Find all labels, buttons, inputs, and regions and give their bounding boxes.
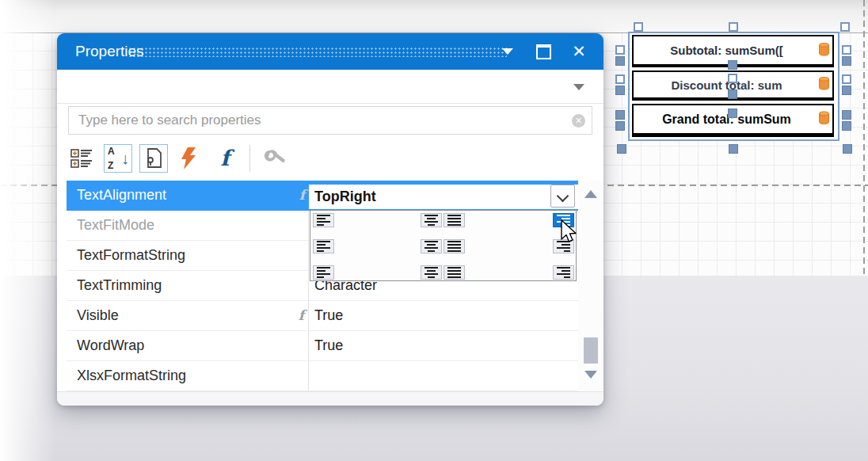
property-value: True — [309, 331, 578, 360]
property-name: TextTrimming — [67, 271, 309, 300]
categorized-view-icon — [70, 148, 94, 170]
selection-handle[interactable] — [728, 60, 737, 70]
dropdown-arrow-icon — [502, 48, 513, 55]
events-button[interactable] — [175, 144, 204, 173]
selection-handle[interactable] — [842, 121, 851, 131]
titlebar-grip[interactable] — [128, 47, 507, 57]
page-margin-dashed-line — [863, 0, 865, 276]
selection-handle[interactable] — [634, 22, 643, 32]
selection-handle[interactable] — [615, 121, 625, 131]
maximize-icon — [536, 44, 551, 59]
align-center-icon — [424, 241, 438, 252]
selection-handle[interactable] — [729, 22, 738, 32]
alignment-dropdown-popup — [310, 210, 577, 281]
selection-handle[interactable] — [728, 74, 737, 83]
align-top-left-button[interactable] — [313, 213, 334, 227]
object-selector-combobox[interactable] — [57, 70, 603, 104]
canvas-left-fade — [0, 0, 55, 461]
align-bottom-right-button[interactable] — [553, 265, 574, 280]
events-lightning-icon — [181, 147, 198, 170]
toolbar-separator — [249, 145, 250, 172]
selection-handle[interactable] — [615, 86, 625, 95]
expression-glyph-icon: f — [299, 307, 304, 323]
chevron-down-icon — [573, 84, 584, 90]
selection-handle[interactable] — [842, 74, 851, 84]
align-middle-center-button[interactable] — [421, 239, 442, 253]
scrollbar-thumb[interactable] — [584, 337, 598, 364]
align-top-justify-button[interactable] — [444, 213, 465, 227]
property-value: True — [309, 301, 578, 330]
selection-handle[interactable] — [729, 144, 738, 154]
property-row-xlsxformatstring[interactable]: XlsxFormatString — [67, 361, 578, 391]
align-bottom-center-button[interactable] — [421, 265, 442, 280]
database-icon — [818, 42, 830, 59]
property-page-icon — [143, 147, 164, 170]
sort-az-button[interactable]: AZ↓ — [104, 144, 132, 173]
align-bottom-left-button[interactable] — [313, 265, 334, 280]
align-center-icon — [424, 215, 438, 226]
search-box: ✕ — [68, 106, 592, 135]
clear-search-icon[interactable]: ✕ — [572, 114, 585, 128]
close-icon: ✕ — [572, 44, 586, 59]
selection-handle[interactable] — [617, 144, 626, 154]
property-value — [309, 361, 578, 391]
property-name: TextFitMode — [67, 211, 309, 240]
align-middle-justify-button[interactable] — [444, 239, 465, 253]
property-name: TextFormatString — [67, 241, 309, 270]
align-justify-icon — [447, 241, 461, 252]
selection-handle[interactable] — [842, 86, 851, 95]
properties-window: Properties ✕ ✕ — [57, 33, 603, 406]
selection-handle[interactable] — [842, 45, 851, 55]
align-bottom-justify-button[interactable] — [444, 265, 465, 280]
selection-handle[interactable] — [615, 110, 625, 120]
selection-handle[interactable] — [840, 22, 850, 32]
selected-labels-group-frame[interactable]: Subtotal: sumSum([ Discount total: sum G… — [628, 32, 839, 141]
selection-handle[interactable] — [842, 56, 851, 66]
window-menu-button[interactable] — [499, 43, 516, 60]
search-input[interactable] — [69, 107, 592, 134]
align-left-icon — [317, 241, 330, 252]
settings-wrench-icon — [264, 147, 286, 170]
align-middle-left-button[interactable] — [313, 239, 334, 253]
chevron-down-icon — [557, 190, 569, 203]
expressions-button[interactable]: f — [211, 144, 239, 173]
window-bottom-strip — [57, 391, 603, 406]
property-row-wordwrap[interactable]: WordWrap True — [67, 331, 578, 361]
label-grand-total-text: Grand total: sumSum — [662, 112, 791, 127]
close-button[interactable]: ✕ — [570, 43, 588, 60]
selection-handle[interactable] — [843, 144, 852, 154]
selection-handle[interactable] — [842, 110, 851, 120]
selection-handle[interactable] — [615, 74, 625, 84]
selection-handle[interactable] — [728, 90, 737, 99]
property-row-visible[interactable]: Visible f True — [67, 301, 578, 331]
database-icon — [818, 77, 830, 93]
align-center-icon — [424, 267, 438, 278]
sort-az-icon: AZ↓ — [106, 147, 130, 170]
textalignment-value-editor[interactable]: TopRight — [309, 185, 578, 209]
align-justify-icon — [447, 267, 461, 278]
maximize-button[interactable] — [535, 43, 552, 60]
align-right-icon — [557, 267, 570, 278]
properties-toolbar: AZ↓ f — [57, 136, 603, 181]
align-top-center-button[interactable] — [421, 213, 442, 227]
properties-titlebar[interactable]: Properties ✕ — [57, 33, 603, 70]
label-discount-total-text: Discount total: sum — [671, 78, 782, 92]
align-justify-icon — [447, 215, 461, 226]
selection-handle[interactable] — [728, 109, 737, 118]
grid-scrollbar[interactable] — [578, 181, 603, 391]
report-designer-surface: Subtotal: sumSum([ Discount total: sum G… — [0, 0, 868, 461]
label-subtotal-text: Subtotal: sumSum([ — [670, 44, 783, 57]
property-row-textalignment[interactable]: TextAlignment f TopRight — [67, 181, 578, 211]
categorized-view-button[interactable] — [68, 144, 97, 173]
property-name: WordWrap — [67, 331, 309, 360]
expressions-f-icon: f — [220, 147, 230, 170]
expression-glyph-icon: f — [299, 187, 305, 203]
settings-button[interactable] — [261, 144, 289, 173]
align-left-icon — [317, 267, 330, 278]
scroll-down-arrow-icon[interactable] — [584, 371, 597, 379]
selection-handle[interactable] — [615, 45, 625, 55]
property-page-button[interactable] — [139, 144, 168, 173]
open-dropdown-button[interactable] — [550, 185, 575, 208]
scroll-up-arrow-icon[interactable] — [584, 190, 597, 198]
selection-handle[interactable] — [615, 56, 625, 66]
